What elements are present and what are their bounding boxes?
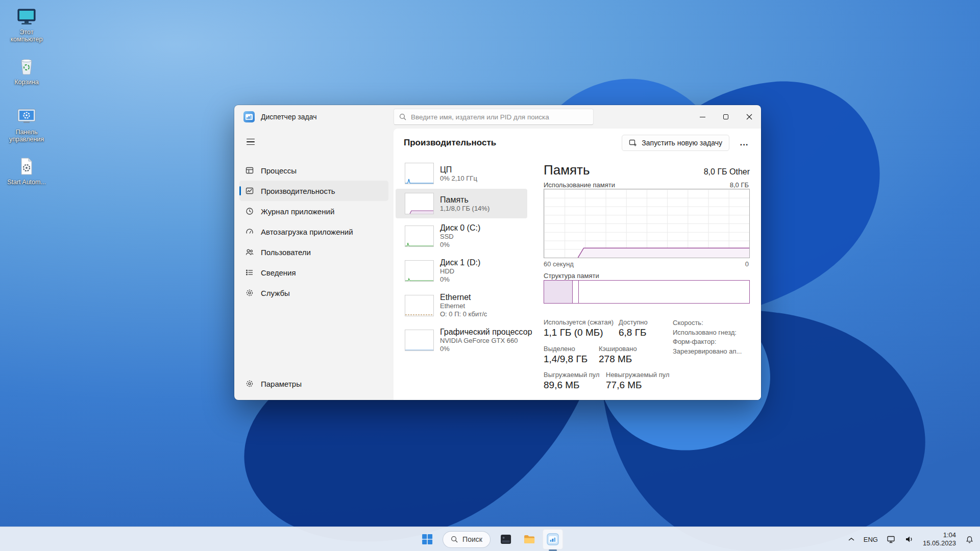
- gear-icon: [246, 380, 254, 388]
- start-button[interactable]: [417, 529, 437, 549]
- perf-item-gpu[interactable]: Графический процессорNVIDIA GeForce GTX …: [396, 323, 527, 357]
- sidebar-item-services[interactable]: Службы: [239, 283, 388, 303]
- disk0-mini-graph: [405, 226, 434, 247]
- memory-usage-graph: [544, 189, 750, 258]
- users-icon: [246, 248, 254, 256]
- run-new-task-button[interactable]: Запустить новую задачу: [622, 135, 729, 151]
- sidebar-item-processes[interactable]: Процессы: [239, 160, 388, 181]
- sidebar-nav: Процессы Производительность Журнал прило…: [234, 129, 394, 400]
- desktop-icon-this-pc[interactable]: Этот компьютер: [4, 5, 49, 48]
- memory-graph-header: Использование памяти 8,0 ГБ: [544, 181, 749, 189]
- perf-item-disk0[interactable]: Диск 0 (C:)SSD0%: [396, 219, 527, 253]
- sidebar-item-details[interactable]: Сведения: [239, 262, 388, 283]
- tray-date: 15.05.2023: [923, 539, 956, 547]
- dark-app-icon: [500, 533, 512, 545]
- startup-apps-icon: [246, 228, 254, 236]
- perf-item-memory[interactable]: Память1,1/8,0 ГБ (14%): [396, 189, 527, 218]
- sidebar-item-label: Параметры: [261, 380, 302, 388]
- memory-capacity: 8,0 ГБ Other: [704, 167, 750, 177]
- desktop-icon-label: Панель управления: [5, 129, 48, 143]
- graph-time-label: 60 секунд: [544, 260, 574, 268]
- memory-modified-segment: [573, 281, 579, 303]
- perf-item-disk1[interactable]: Диск 1 (D:)HDD0%: [396, 254, 527, 288]
- nav-menu-button[interactable]: [241, 133, 261, 151]
- content-panel: Производительность Запустить новую задач…: [394, 129, 761, 400]
- search-icon: [399, 113, 406, 120]
- cpu-mini-graph: [405, 163, 434, 184]
- sidebar-item-label: Пользователи: [261, 248, 311, 257]
- perf-item-ethernet[interactable]: EthernetEthernetО: 0 П: 0 кбит/с: [396, 288, 527, 322]
- taskbar-tray: ENG 1:04 15.05.2023: [845, 527, 977, 551]
- taskbar-center: Поиск: [417, 527, 563, 551]
- volume-button[interactable]: [901, 529, 917, 549]
- search-input[interactable]: [411, 113, 588, 121]
- performance-list: ЦП0% 2,10 ГГц Память1,1/8,0 ГБ (14%) Дис…: [394, 157, 529, 400]
- app-history-icon: [246, 207, 254, 215]
- performance-icon: [246, 187, 254, 195]
- window-controls: [691, 105, 761, 129]
- tray-overflow-button[interactable]: [845, 529, 858, 549]
- ethernet-mini-graph: [405, 295, 434, 316]
- search-icon: [451, 536, 458, 543]
- memory-composition-bar: [544, 280, 750, 304]
- details-icon: [246, 268, 254, 277]
- sidebar-item-performance[interactable]: Производительность: [239, 181, 388, 201]
- folder-icon: [523, 533, 535, 545]
- run-new-task-label: Запустить новую задачу: [642, 139, 722, 147]
- taskbar-search[interactable]: Поиск: [443, 531, 491, 548]
- stat-available: Доступно 6,8 ГБ: [619, 318, 648, 338]
- chevron-up-icon: [848, 537, 854, 541]
- more-options-button[interactable]: ...: [736, 135, 753, 151]
- titlebar[interactable]: Диспетчер задач: [234, 105, 761, 129]
- sidebar-item-label: Производительность: [261, 187, 335, 195]
- desktop-icon-control-panel[interactable]: Панель управления: [4, 105, 49, 148]
- language-indicator[interactable]: ENG: [860, 529, 881, 549]
- desktop-icon-start-autom[interactable]: Start Autom...: [4, 155, 49, 198]
- minimize-button[interactable]: [691, 105, 714, 129]
- new-task-icon: [629, 139, 637, 147]
- memory-graph-max: 8,0 ГБ: [730, 181, 749, 189]
- sidebar-item-settings[interactable]: Параметры: [239, 373, 388, 394]
- notifications-button[interactable]: [962, 529, 977, 549]
- task-manager-search-box[interactable]: [394, 109, 594, 125]
- sidebar-item-label: Процессы: [261, 166, 297, 175]
- close-button[interactable]: [738, 105, 761, 129]
- services-icon: [246, 289, 254, 297]
- desktop-icon-recycle-bin[interactable]: Корзина: [4, 55, 49, 98]
- taskbar: Поиск ENG 1:04: [0, 527, 980, 551]
- sidebar-settings: Параметры: [234, 373, 394, 394]
- desktop-icon-label: Start Autom...: [7, 179, 46, 186]
- maximize-icon: [723, 114, 728, 119]
- perf-item-cpu[interactable]: ЦП0% 2,10 ГГц: [396, 159, 527, 188]
- this-pc-icon: [15, 5, 38, 28]
- tray-time: 1:04: [923, 531, 956, 539]
- bell-icon: [966, 536, 973, 543]
- recycle-bin-icon: [15, 55, 38, 78]
- task-manager-window: Диспетчер задач Процессы: [234, 105, 761, 400]
- hamburger-icon: [247, 139, 255, 140]
- network-button[interactable]: [884, 529, 899, 549]
- sidebar-item-app-history[interactable]: Журнал приложений: [239, 201, 388, 221]
- graph-zero-label: 0: [745, 260, 749, 268]
- maximize-button[interactable]: [714, 105, 738, 129]
- sidebar-item-startup-apps[interactable]: Автозагрузка приложений: [239, 221, 388, 242]
- more-options-icon: ...: [740, 138, 748, 148]
- script-gear-icon: [15, 155, 38, 178]
- sidebar-item-users[interactable]: Пользователи: [239, 242, 388, 262]
- taskbar-search-label: Поиск: [462, 535, 482, 543]
- sidebar-item-label: Журнал приложений: [261, 207, 334, 216]
- taskbar-dark-app-button[interactable]: [496, 529, 516, 549]
- gpu-mini-graph: [405, 330, 434, 351]
- clock[interactable]: 1:04 15.05.2023: [919, 531, 960, 547]
- windows-logo-icon: [422, 534, 433, 545]
- task-manager-taskbar-button[interactable]: [543, 529, 563, 549]
- sidebar-item-label: Автозагрузка приложений: [261, 228, 353, 236]
- stat-in-use: Используется (сжатая) 1,1 ГБ (0 МБ): [544, 318, 614, 338]
- file-explorer-button[interactable]: [519, 529, 540, 549]
- memory-hardware-info: Скорость: Использовано гнезд: Форм-факто…: [673, 318, 742, 356]
- task-manager-app-icon: [243, 111, 255, 122]
- memory-graph-footer: 60 секунд 0: [544, 260, 749, 268]
- window-title: Диспетчер задач: [261, 113, 317, 121]
- page-title: Производительность: [404, 138, 496, 148]
- content-header: Производительность Запустить новую задач…: [394, 129, 761, 157]
